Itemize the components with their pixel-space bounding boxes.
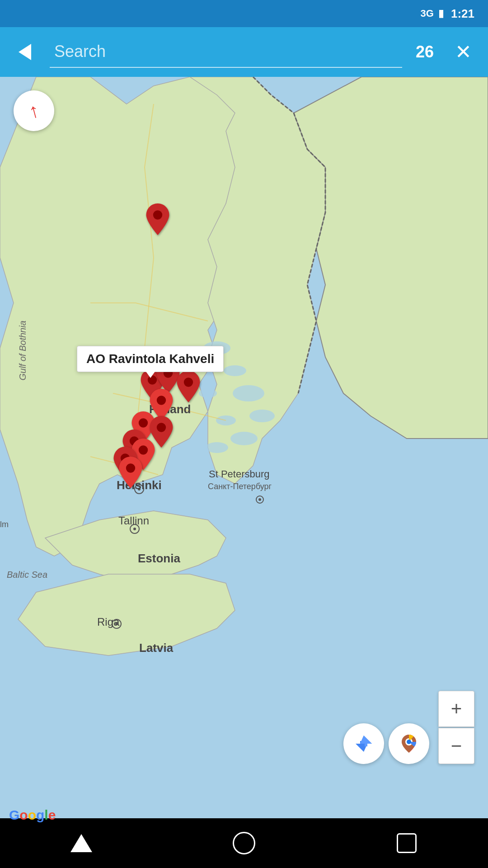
nav-back-button[interactable] bbox=[63, 825, 99, 861]
nav-home-icon bbox=[233, 832, 255, 854]
compass-icon: ↑ bbox=[26, 99, 42, 123]
svg-point-8 bbox=[206, 442, 228, 453]
svg-point-20 bbox=[184, 377, 193, 387]
svg-point-25 bbox=[139, 445, 148, 454]
map-tooltip[interactable]: AO Ravintola Kahveli bbox=[77, 346, 224, 372]
svg-point-22 bbox=[139, 418, 148, 427]
status-icons: 3G ▮ bbox=[14, 8, 444, 19]
close-icon: ✕ bbox=[455, 42, 472, 62]
svg-point-17 bbox=[153, 210, 162, 219]
zoom-in-button[interactable]: + bbox=[438, 691, 474, 727]
svg-point-23 bbox=[157, 423, 166, 432]
google-l-green: l bbox=[44, 807, 48, 822]
nav-home-button[interactable] bbox=[226, 825, 262, 861]
status-bar: 3G ▮ 1:21 bbox=[0, 0, 488, 27]
map-action-buttons bbox=[343, 723, 429, 764]
google-o-red: o bbox=[19, 807, 28, 822]
zoom-out-button[interactable]: − bbox=[438, 728, 474, 764]
google-maps-button[interactable] bbox=[389, 723, 429, 764]
svg-point-16 bbox=[115, 623, 118, 625]
google-logo: Google bbox=[9, 807, 56, 823]
map-pin-3[interactable] bbox=[176, 371, 201, 404]
zoom-controls: + − bbox=[438, 691, 474, 764]
navigation-bar bbox=[0, 818, 488, 868]
svg-point-5 bbox=[249, 410, 275, 422]
google-g-blue: G bbox=[9, 807, 19, 822]
svg-point-27 bbox=[126, 463, 135, 472]
svg-point-12 bbox=[133, 528, 136, 530]
map-pin-north[interactable] bbox=[145, 203, 170, 237]
google-o-yellow: o bbox=[28, 807, 36, 822]
svg-point-21 bbox=[157, 396, 166, 405]
svg-point-14 bbox=[258, 498, 261, 501]
map-pin-10[interactable] bbox=[118, 457, 143, 490]
google-g2-blue: g bbox=[36, 807, 44, 822]
svg-point-4 bbox=[233, 385, 264, 401]
close-button[interactable]: ✕ bbox=[447, 36, 479, 68]
status-time: 1:21 bbox=[451, 7, 474, 21]
search-count: 26 bbox=[411, 42, 438, 61]
map-container: Finland Helsinki Estonia Tallinn St Pete… bbox=[0, 77, 488, 868]
back-arrow-icon bbox=[19, 44, 31, 60]
svg-point-3 bbox=[199, 389, 217, 398]
nav-back-icon bbox=[70, 834, 92, 852]
signal-icon: 3G bbox=[421, 8, 434, 19]
nav-recents-icon bbox=[397, 833, 417, 853]
directions-button[interactable] bbox=[343, 723, 384, 764]
svg-point-29 bbox=[407, 740, 411, 744]
search-input[interactable] bbox=[50, 36, 402, 68]
back-button[interactable] bbox=[9, 36, 41, 68]
google-e-red: e bbox=[48, 807, 56, 822]
svg-point-7 bbox=[230, 432, 258, 445]
compass-button[interactable]: ↑ bbox=[14, 90, 54, 131]
battery-icon: ▮ bbox=[438, 8, 444, 19]
nav-recents-button[interactable] bbox=[389, 825, 425, 861]
search-bar: 26 ✕ bbox=[0, 27, 488, 77]
svg-point-2 bbox=[224, 365, 246, 376]
